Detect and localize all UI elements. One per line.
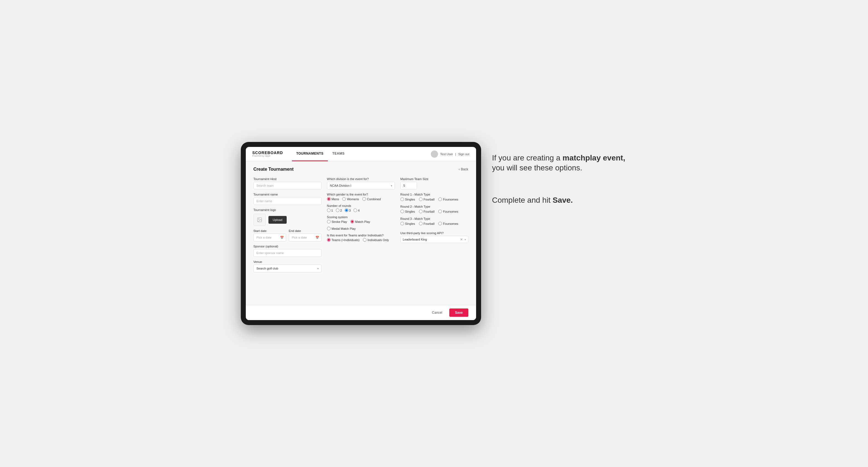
gender-combined[interactable]: Combined [362,197,381,201]
annotations: If you are creating a matchplay event, y… [492,142,627,205]
nav-tournaments[interactable]: TOURNAMENTS [292,147,328,161]
round3-options: Singles Fourball Foursomes [400,222,468,225]
round1-foursomes[interactable]: Foursomes [438,197,458,201]
nav-links: TOURNAMENTS TEAMS [292,147,431,161]
back-label: Back [461,167,468,171]
gender-mens[interactable]: Mens [327,197,339,201]
scoring-label: Scoring system [327,215,395,219]
api-tag: Leaderboard King ✕ ▾ [400,236,468,243]
gender-group: Which gender is the event for? Mens Wome… [327,193,395,201]
tournament-name-group: Tournament name [253,193,321,205]
tournament-logo-group: Tournament logo Upload [253,208,321,226]
max-team-size-label: Maximum Team Size [400,177,468,181]
left-column: Tournament Host Tournament name Tourname… [253,177,321,272]
svg-point-1 [258,219,259,220]
right-column: Maximum Team Size Round 1 - Match Type [400,177,468,243]
sponsor-label: Sponsor (optional) [253,245,321,248]
round-4[interactable]: 4 [353,209,360,212]
tablet-frame: SCOREBOARD Powered by clippit TOURNAMENT… [241,142,481,325]
middle-column: Which division is the event for? NCAA Di… [327,177,395,242]
round1-options: Singles Fourball Foursomes [400,197,468,201]
tablet-screen: SCOREBOARD Powered by clippit TOURNAMENT… [246,147,476,320]
sponsor-group: Sponsor (optional) [253,245,321,257]
venue-select[interactable]: Search golf club [253,264,321,272]
logo-upload-area: Upload [253,214,321,226]
logo-placeholder [253,214,266,226]
round3-fourball[interactable]: Fourball [419,222,435,225]
tournament-logo-label: Tournament logo [253,208,321,212]
round-1[interactable]: 1 [327,209,333,212]
division-select-wrapper: NCAA Division I NCAA Division II NCAA Di… [327,182,395,189]
max-team-size-group: Maximum Team Size [400,177,468,189]
page-header: Create Tournament ‹ Back [253,167,468,172]
round2-match-group: Round 2 - Match Type Singles Fourball [400,205,468,213]
cancel-button[interactable]: Cancel [428,309,446,317]
round3-foursomes[interactable]: Foursomes [438,222,458,225]
round2-singles[interactable]: Singles [400,210,415,213]
tournament-name-input[interactable] [253,197,321,205]
scoring-stroke[interactable]: Stroke Play [327,220,347,223]
match-type-section: Round 1 - Match Type Singles Fourball [400,193,468,225]
separator: | [455,152,456,156]
round3-match-group: Round 3 - Match Type Singles Fourball [400,217,468,225]
start-date-input[interactable] [253,234,286,241]
end-date-wrapper: 📅 [289,234,321,241]
scoring-medal[interactable]: Medal Match Play [327,227,356,230]
round-3[interactable]: 3 [345,209,351,212]
api-section: Use third-party live scoring API? Leader… [400,231,468,243]
division-select[interactable]: NCAA Division I NCAA Division II NCAA Di… [327,182,395,189]
start-date-label: Start date [253,229,286,232]
round3-singles[interactable]: Singles [400,222,415,225]
rounds-radio-group: 1 2 3 [327,209,395,212]
tournament-host-group: Tournament Host [253,177,321,189]
teams-radio-group: Teams (+Individuals) Individuals Only [327,238,395,242]
round1-fourball[interactable]: Fourball [419,197,435,201]
individuals-option[interactable]: Individuals Only [363,238,389,242]
teams-individuals-group: Is this event for Teams and/or Individua… [327,234,395,242]
end-date-group: End date 📅 [289,229,321,241]
division-label: Which division is the event for? [327,177,395,181]
save-button[interactable]: Save [449,309,468,317]
round2-fourball[interactable]: Fourball [419,210,435,213]
back-button[interactable]: ‹ Back [459,167,468,171]
teams-individuals-label: Is this event for Teams and/or Individua… [327,234,395,237]
round2-foursomes[interactable]: Foursomes [438,210,458,213]
sign-out-link[interactable]: Sign out [458,152,469,156]
form-footer: Cancel Save [246,305,476,320]
division-group: Which division is the event for? NCAA Di… [327,177,395,189]
api-tag-remove-icon[interactable]: ✕ [460,238,463,241]
round1-match-label: Round 1 - Match Type [400,193,468,196]
tournament-host-label: Tournament Host [253,177,321,181]
end-date-label: End date [289,229,321,232]
gender-label: Which gender is the event for? [327,193,395,196]
page-title: Create Tournament [253,167,294,172]
start-date-wrapper: 📅 [253,234,286,241]
form-grid: Tournament Host Tournament name Tourname… [253,177,468,272]
teams-option[interactable]: Teams (+Individuals) [327,238,360,242]
api-label: Use third-party live scoring API? [400,231,468,235]
tournament-name-label: Tournament name [253,193,321,196]
sponsor-input[interactable] [253,249,321,257]
round-2[interactable]: 2 [336,209,342,212]
nav-teams[interactable]: TEAMS [328,147,349,161]
gender-womens[interactable]: Womens [342,197,359,201]
user-name: Test User [440,152,453,156]
rounds-group: Number of rounds 1 2 [327,204,395,212]
date-row: Start date 📅 End date 📅 [253,229,321,241]
tournament-host-input[interactable] [253,182,321,189]
round3-match-label: Round 3 - Match Type [400,217,468,220]
rounds-label: Number of rounds [327,204,395,208]
avatar [431,151,438,158]
upload-button[interactable]: Upload [269,216,287,224]
round2-match-label: Round 2 - Match Type [400,205,468,208]
scoring-match[interactable]: Match Play [350,220,370,223]
brand-sub: Powered by clippit [252,155,283,157]
round2-options: Singles Fourball Foursomes [400,210,468,213]
round1-singles[interactable]: Singles [400,197,415,201]
scoring-radio-group: Stroke Play Match Play Medal Match Play [327,220,395,230]
api-tag-expand-icon[interactable]: ▾ [465,238,466,241]
max-team-size-input[interactable] [400,182,417,189]
nav-user: Test User | Sign out [431,151,469,158]
start-date-group: Start date 📅 [253,229,286,241]
end-date-input[interactable] [289,234,321,241]
